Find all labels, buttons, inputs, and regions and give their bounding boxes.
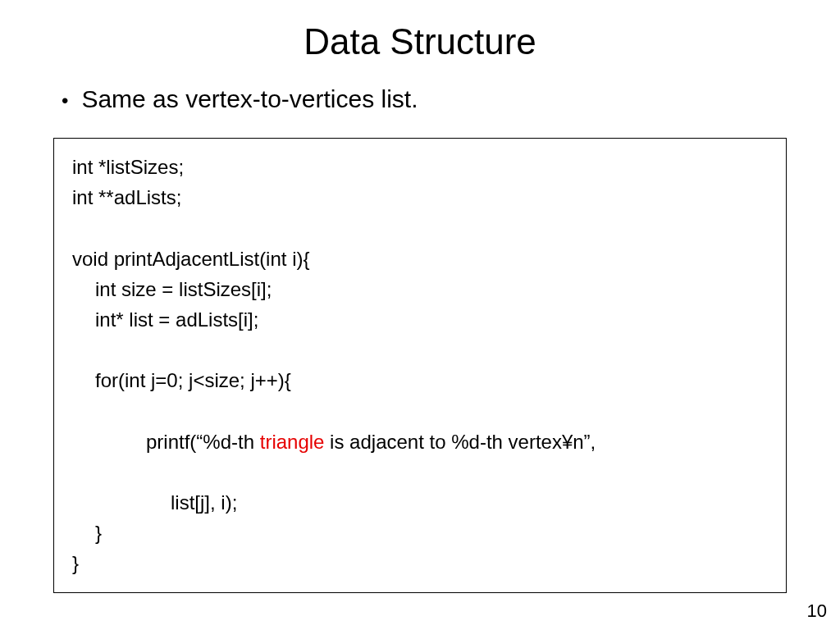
code-line: } <box>72 518 771 548</box>
code-highlight: triangle <box>260 431 325 453</box>
code-line: int size = listSizes[i]; <box>72 274 771 304</box>
code-blank-line <box>72 212 771 243</box>
code-line: void printAdjacentList(int i){ <box>72 244 771 274</box>
code-line: int *listSizes; <box>72 152 771 182</box>
bullet-dot-icon: • <box>62 89 68 113</box>
code-block: int *listSizes; int **adLists; void prin… <box>53 138 787 593</box>
code-line: int* list = adLists[i]; <box>72 304 771 335</box>
slide-title: Data Structure <box>45 21 795 62</box>
slide: Data Structure • Same as vertex-to-verti… <box>0 0 840 630</box>
code-line: int **adLists; <box>72 182 771 212</box>
code-line: for(int j=0; j<size; j++){ <box>72 365 771 395</box>
code-line: list[j], i); <box>72 487 771 518</box>
code-line: printf(“%d-th triangle is adjacent to %d… <box>72 396 771 488</box>
page-number: 10 <box>807 600 827 622</box>
code-line: } <box>72 548 771 578</box>
code-blank-line <box>72 335 771 365</box>
bullet-text: Same as vertex-to-vertices list. <box>81 85 418 113</box>
code-text: printf(“%d-th <box>146 431 260 453</box>
bullet-item: • Same as vertex-to-vertices list. <box>62 85 795 113</box>
code-text: is adjacent to %d-th vertex¥n”, <box>324 431 596 453</box>
